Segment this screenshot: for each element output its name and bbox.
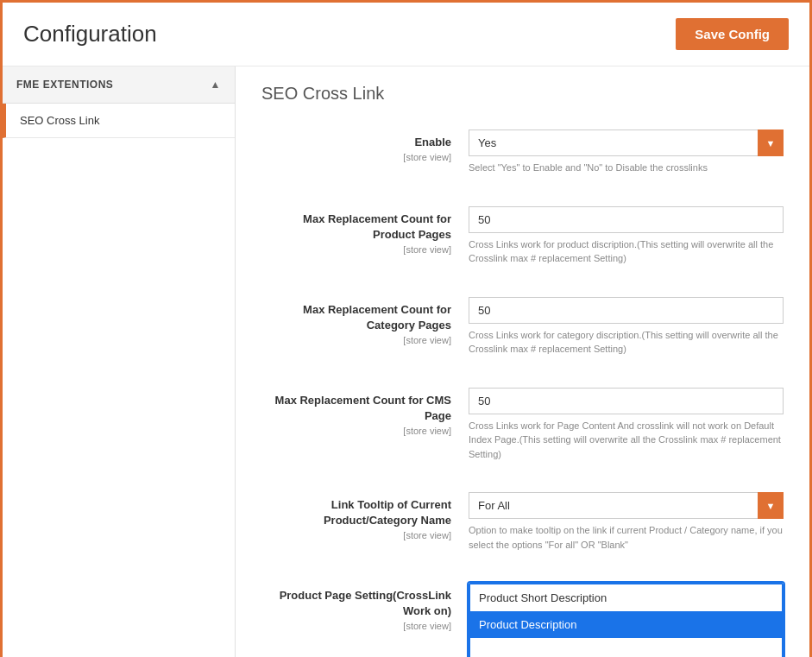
label-col-tooltip: Link Tooltip of Current Product/Category… — [261, 492, 469, 540]
value-col-tooltip: For All Blank None ▼ Option to make tool… — [469, 492, 784, 552]
label-tooltip: Link Tooltip of Current Product/Category… — [324, 498, 451, 527]
sidebar: FME EXTENTIONS ▲ SEO Cross Link — [3, 66, 236, 657]
config-row-category-pages: Max Replacement Count for Category Pages… — [261, 297, 784, 372]
config-row-product-pages: Max Replacement Count for Product Pages … — [261, 206, 784, 281]
config-row-cms-page: Max Replacement Count for CMS Page [stor… — [261, 388, 784, 477]
store-view-category-pages: [store view] — [261, 335, 451, 345]
hint-enable: Select "Yes" to Enable and "No" to Disab… — [469, 161, 784, 175]
value-col-product-setting: Product Short Description Product Descri… — [469, 583, 784, 657]
main-layout: FME EXTENTIONS ▲ SEO Cross Link SEO Cros… — [3, 66, 809, 657]
label-product-pages: Max Replacement Count for Product Pages — [303, 212, 451, 241]
product-setting-multiselect[interactable]: Product Short Description Product Descri… — [469, 583, 784, 657]
option-desc[interactable]: Product Description — [470, 611, 782, 638]
hint-cms-page: Cross Links work for Page Content And cr… — [469, 419, 784, 462]
label-col-cms-page: Max Replacement Count for CMS Page [stor… — [261, 388, 469, 436]
page-wrapper: Configuration Save Config FME EXTENTIONS… — [0, 0, 812, 657]
store-view-product-pages: [store view] — [261, 244, 451, 255]
category-pages-input[interactable] — [469, 297, 784, 324]
hint-product-pages: Cross Links work for product discription… — [469, 237, 784, 266]
save-config-button[interactable]: Save Config — [676, 18, 789, 50]
label-col-enable: Enable [store view] — [261, 130, 469, 162]
value-col-product-pages: Cross Links work for product discription… — [469, 206, 784, 266]
value-col-cms-page: Cross Links work for Page Content And cr… — [469, 388, 784, 462]
section-title: SEO Cross Link — [261, 84, 784, 112]
label-cms-page: Max Replacement Count for CMS Page — [275, 394, 451, 422]
page-title: Configuration — [23, 21, 157, 47]
label-col-category-pages: Max Replacement Count for Category Pages… — [261, 297, 469, 345]
store-view-cms-page: [store view] — [261, 426, 451, 436]
select-wrapper-tooltip: For All Blank None ▼ — [469, 492, 784, 519]
label-enable: Enable — [414, 136, 451, 148]
content-area: SEO Cross Link Enable [store view] Yes N… — [236, 66, 809, 657]
hint-tooltip: Option to make tooltip on the link if cu… — [469, 523, 784, 552]
config-row-tooltip: Link Tooltip of Current Product/Category… — [261, 492, 784, 567]
product-pages-input[interactable] — [469, 206, 784, 233]
select-wrapper-enable: Yes No ▼ — [469, 130, 784, 156]
label-product-setting: Product Page Setting(CrossLink Work on) — [280, 589, 451, 617]
store-view-enable: [store view] — [261, 152, 451, 162]
hint-category-pages: Cross Links work for category discriptio… — [469, 328, 784, 357]
sidebar-section-label: FME EXTENTIONS — [16, 79, 113, 91]
label-col-product-setting: Product Page Setting(CrossLink Work on) … — [261, 583, 469, 631]
sidebar-section-header[interactable]: FME EXTENTIONS ▲ — [3, 66, 235, 104]
cms-page-input[interactable] — [469, 388, 784, 414]
label-col-product-pages: Max Replacement Count for Product Pages … — [261, 206, 469, 255]
page-header: Configuration Save Config — [3, 3, 809, 66]
tooltip-select[interactable]: For All Blank None — [469, 492, 784, 519]
store-view-product-setting: [store view] — [261, 621, 451, 631]
sidebar-item-seo-cross-link[interactable]: SEO Cross Link — [3, 104, 235, 138]
chevron-up-icon: ▲ — [211, 79, 221, 91]
value-col-enable: Yes No ▼ Select "Yes" to Enable and "No"… — [469, 130, 784, 175]
option-short-desc[interactable]: Product Short Description — [470, 584, 782, 611]
config-row-product-setting: Product Page Setting(CrossLink Work on) … — [261, 583, 784, 657]
label-category-pages: Max Replacement Count for Category Pages — [303, 303, 451, 332]
enable-select[interactable]: Yes No — [469, 130, 784, 156]
value-col-category-pages: Cross Links work for category discriptio… — [469, 297, 784, 357]
config-row-enable: Enable [store view] Yes No ▼ Select "Yes… — [261, 130, 784, 191]
store-view-tooltip: [store view] — [261, 530, 451, 540]
